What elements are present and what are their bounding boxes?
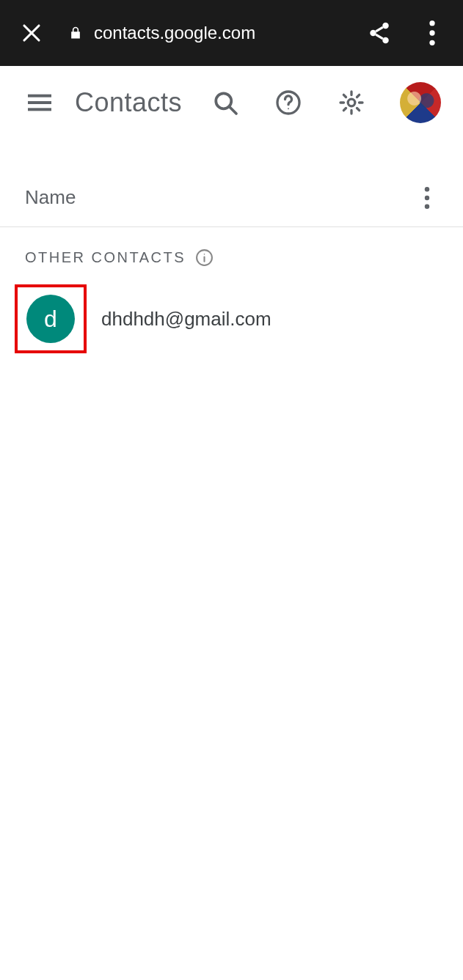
svg-point-6 — [429, 30, 434, 35]
svg-point-17 — [425, 195, 429, 199]
help-icon[interactable] — [274, 88, 303, 117]
profile-avatar[interactable] — [400, 82, 441, 123]
svg-point-4 — [382, 37, 389, 44]
contact-avatar-highlight: d — [15, 284, 87, 353]
close-icon[interactable] — [21, 22, 43, 44]
svg-point-15 — [348, 99, 355, 106]
svg-point-7 — [429, 40, 434, 45]
share-icon[interactable] — [366, 20, 393, 46]
contact-row[interactable]: d dhdhdh@gmail.com — [0, 280, 463, 358]
search-icon[interactable] — [211, 88, 240, 117]
column-name-label: Name — [25, 186, 416, 209]
svg-point-21 — [203, 253, 205, 254]
section-label: OTHER CONTACTS — [25, 249, 186, 266]
contact-avatar[interactable]: d — [26, 295, 75, 343]
svg-point-16 — [425, 187, 429, 191]
browser-bar: contacts.google.com — [0, 0, 463, 66]
menu-icon[interactable] — [26, 89, 53, 116]
svg-line-12 — [230, 107, 236, 114]
svg-point-14 — [288, 108, 289, 109]
lock-icon — [68, 25, 84, 41]
page-title: Contacts — [75, 87, 211, 118]
section-header: OTHER CONTACTS — [0, 227, 463, 280]
app-header: Contacts — [0, 66, 463, 139]
svg-point-2 — [382, 23, 389, 29]
contact-email: dhdhdh@gmail.com — [101, 308, 271, 331]
svg-point-3 — [370, 30, 376, 37]
list-header-row: Name — [0, 169, 463, 227]
browser-more-icon[interactable] — [422, 20, 442, 46]
contact-initial: d — [44, 306, 57, 333]
svg-point-5 — [429, 21, 434, 26]
settings-icon[interactable] — [337, 88, 366, 117]
info-icon[interactable] — [194, 248, 214, 267]
url-text[interactable]: contacts.google.com — [94, 23, 366, 43]
svg-point-18 — [425, 204, 429, 208]
list-more-icon[interactable] — [416, 183, 438, 213]
